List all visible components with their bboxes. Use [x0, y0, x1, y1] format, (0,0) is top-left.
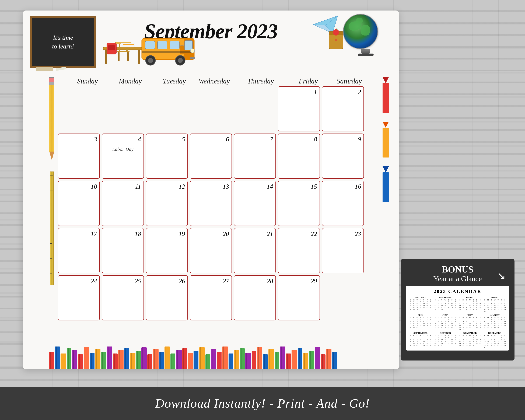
day-number: 23 — [325, 230, 361, 237]
day-header-thursday: Thursday — [233, 77, 277, 85]
book — [107, 346, 112, 369]
calendar-day-cell: 13 — [190, 181, 232, 226]
book — [72, 350, 77, 369]
book — [159, 352, 164, 369]
day-number: 6 — [193, 136, 229, 143]
day-number: 29 — [281, 277, 317, 285]
day-number: 26 — [149, 277, 185, 285]
calendar-day-cell: 27 — [190, 275, 232, 320]
svg-rect-23 — [170, 41, 179, 49]
book — [263, 354, 268, 369]
book — [84, 347, 89, 369]
book — [55, 346, 60, 369]
day-number: 13 — [193, 183, 229, 190]
day-number: 21 — [237, 230, 273, 237]
book — [182, 348, 187, 369]
books-decoration — [49, 341, 399, 369]
book — [229, 354, 233, 369]
mini-month: APRILSMTWTFS1234567891011121314151617181… — [483, 296, 507, 312]
calendar-day-cell: 19 — [146, 228, 188, 273]
school-bus-icon — [138, 28, 198, 67]
book — [90, 353, 94, 369]
calendar-day-cell: 17 — [58, 228, 100, 273]
bonus-title: BONUS — [406, 264, 509, 275]
book — [147, 354, 152, 369]
day-number: 27 — [193, 277, 229, 285]
calendar-day-cell: 21 — [234, 228, 276, 273]
book — [240, 348, 245, 369]
bonus-arrow-icon: ↘ — [497, 270, 506, 282]
svg-point-31 — [190, 49, 195, 53]
book — [222, 346, 228, 369]
svg-rect-16 — [108, 45, 115, 50]
day-header-sunday: Sunday — [57, 77, 101, 85]
book — [268, 349, 274, 369]
book — [101, 352, 106, 369]
day-header-monday: Monday — [101, 77, 145, 85]
svg-point-5 — [333, 29, 339, 36]
svg-rect-24 — [185, 41, 193, 50]
day-header-tuesday: Tuesday — [145, 77, 189, 85]
day-number: 15 — [281, 183, 317, 190]
calendar-day-cell: 14 — [234, 181, 276, 226]
day-number: 1 — [281, 88, 317, 96]
calendar-card: It's time to learn! September 2023 — [23, 10, 399, 369]
book — [217, 352, 222, 369]
calendar-day-cell: 6 — [190, 133, 232, 179]
calendar-day-cell: 8 — [278, 133, 320, 179]
day-number: 16 — [325, 183, 361, 190]
book — [286, 354, 291, 369]
ruler-decoration — [50, 171, 54, 285]
day-number: 19 — [149, 230, 185, 237]
day-number: 9 — [325, 136, 361, 143]
mini-month: DECEMBERSMTWTFS1234567891011121314151617… — [483, 332, 507, 348]
svg-rect-25 — [180, 46, 184, 54]
book — [332, 352, 337, 369]
svg-rect-30 — [142, 51, 194, 53]
book — [165, 346, 170, 369]
book — [211, 349, 216, 369]
book — [153, 349, 159, 369]
book — [303, 353, 308, 369]
day-number: 5 — [149, 136, 185, 143]
svg-rect-22 — [158, 41, 167, 49]
calendar-day-cell: 24 — [58, 275, 100, 320]
day-event-label: Labor Day — [105, 147, 141, 152]
day-number: 7 — [237, 136, 273, 143]
calendar-day-cell — [146, 86, 188, 131]
day-number: 10 — [61, 183, 97, 190]
svg-rect-21 — [145, 41, 155, 49]
day-header-friday: Friday — [277, 77, 321, 85]
book — [199, 347, 205, 369]
day-number: 4 — [105, 136, 141, 143]
mini-month: FEBRUARYSMTWTFS1234567891011121314151617… — [434, 296, 457, 312]
calendar-day-cell: 20 — [190, 228, 232, 273]
mini-calendar-title: 2023 CALENDAR — [409, 289, 506, 294]
bottom-bar: Download Instantly! - Print - And - Go! — [0, 387, 525, 420]
day-number: 20 — [193, 230, 229, 237]
book — [291, 350, 297, 369]
day-number: 22 — [281, 230, 317, 237]
calendar-day-cell: 7 — [234, 133, 276, 179]
day-header-saturday: Saturday — [321, 77, 365, 85]
calendar-day-cell: 25 — [102, 275, 144, 320]
calendar-day-cell: 18 — [102, 228, 144, 273]
svg-point-29 — [178, 58, 183, 63]
mini-month: JANUARYSMTWTFS12345678910111213141516171… — [409, 296, 432, 312]
book — [234, 350, 239, 369]
svg-rect-18 — [123, 44, 134, 45]
calendar-day-cell: 12 — [146, 181, 188, 226]
day-number: 3 — [61, 136, 97, 143]
day-number: 2 — [325, 88, 361, 96]
chalkboard-text: It's time to learn! — [52, 33, 74, 51]
mini-calendar: 2023 CALENDAR JANUARYSMTWTFS123456789101… — [406, 286, 509, 351]
day-number: 25 — [105, 277, 141, 285]
calendar-day-cell: 22 — [278, 228, 320, 273]
book — [61, 354, 66, 369]
bonus-subtitle: Year at a Glance — [406, 275, 509, 283]
calendar-day-cell: 9 — [322, 133, 364, 179]
bottom-bar-text: Download Instantly! - Print - And - Go! — [155, 396, 370, 411]
lunch-bag-icon — [326, 26, 347, 54]
calendar-day-cell: 15 — [278, 181, 320, 226]
book — [113, 354, 118, 369]
